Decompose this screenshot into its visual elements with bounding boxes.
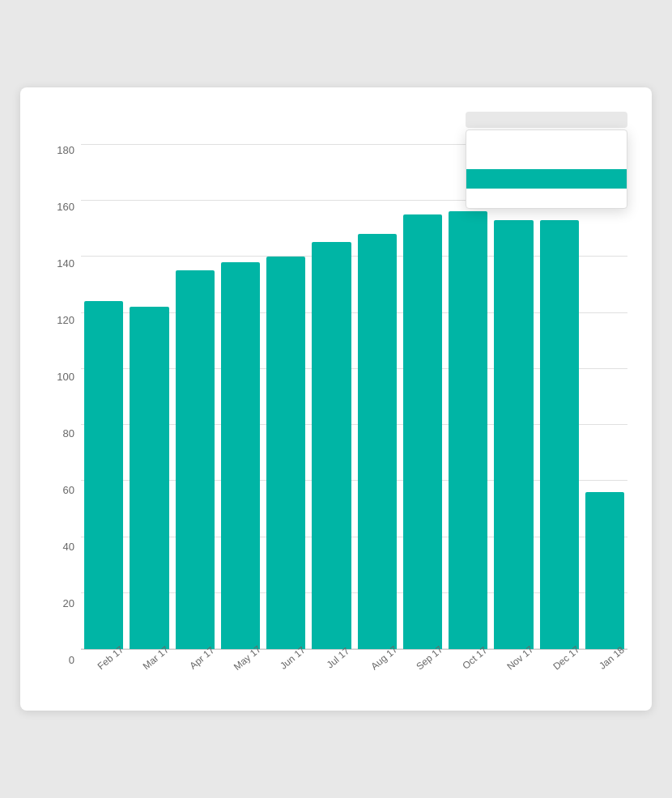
bar-wrapper — [130, 144, 168, 649]
bar-wrapper — [494, 144, 533, 649]
x-axis: Feb 17Mar 17Apr 17May 17Jun 17Jul 17Aug … — [81, 650, 627, 666]
bar — [585, 492, 624, 649]
bar — [540, 220, 579, 649]
bar-wrapper — [585, 144, 624, 649]
bar — [84, 301, 123, 649]
period-dropdown-button[interactable] — [466, 112, 627, 128]
y-axis-label: 20 — [45, 597, 81, 609]
bar-wrapper — [84, 144, 123, 649]
chart-inner: 180160140120100806040200 Feb 17Mar 17Apr… — [45, 144, 627, 694]
bar — [176, 270, 215, 649]
bar — [403, 214, 442, 649]
bar-wrapper — [540, 144, 579, 649]
y-axis-label: 0 — [45, 654, 81, 666]
bar-wrapper — [266, 144, 305, 649]
dropdown-item-yearly[interactable] — [466, 189, 627, 208]
bar-wrapper — [221, 144, 260, 649]
y-axis-label: 160 — [45, 201, 81, 213]
grid-and-bars — [81, 144, 627, 649]
x-axis-wrapper: Feb 17Mar 17Apr 17May 17Jun 17Jul 17Aug … — [81, 650, 627, 694]
y-axis-label: 180 — [45, 144, 81, 156]
bars-container — [81, 144, 627, 649]
y-axis-label: 40 — [45, 541, 81, 553]
y-axis: 180160140120100806040200 — [45, 144, 81, 694]
y-axis-label: 140 — [45, 257, 81, 270]
y-axis-label: 60 — [45, 484, 81, 496]
bar — [221, 262, 260, 649]
dropdown-item-daily[interactable] — [466, 130, 627, 150]
bar-wrapper — [358, 144, 397, 649]
chart-body: Feb 17Mar 17Apr 17May 17Jun 17Jul 17Aug … — [81, 144, 627, 694]
bar-wrapper — [312, 144, 351, 649]
bar — [312, 242, 351, 649]
bar — [449, 211, 487, 649]
bar — [358, 234, 397, 649]
chart-card: 180160140120100806040200 Feb 17Mar 17Apr… — [20, 87, 652, 711]
bar — [494, 220, 533, 649]
bar — [266, 257, 305, 649]
dropdown-item-monthly[interactable] — [466, 169, 627, 189]
chart-header — [45, 112, 627, 128]
dropdown-item-weekly[interactable] — [466, 150, 627, 169]
period-dropdown-container — [466, 112, 627, 128]
y-axis-label: 100 — [45, 371, 81, 383]
bar-wrapper — [176, 144, 215, 649]
chart-area: 180160140120100806040200 Feb 17Mar 17Apr… — [45, 144, 627, 694]
bar-wrapper — [449, 144, 487, 649]
y-axis-label: 120 — [45, 314, 81, 326]
bar-wrapper — [403, 144, 442, 649]
bar — [130, 307, 168, 649]
y-axis-label: 80 — [45, 427, 81, 439]
dropdown-menu — [466, 129, 627, 209]
